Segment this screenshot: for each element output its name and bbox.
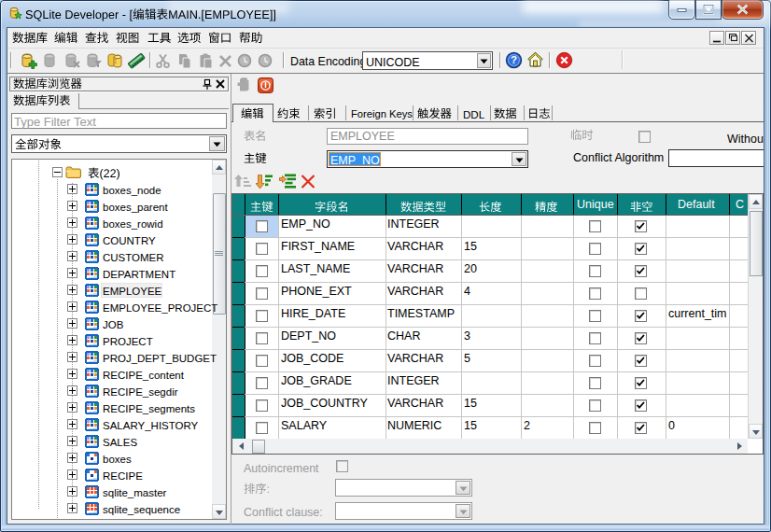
- svg-text:?: ?: [511, 54, 517, 65]
